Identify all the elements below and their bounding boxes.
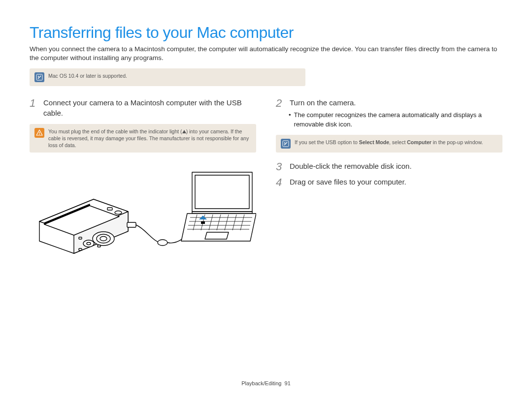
note-icon — [34, 72, 44, 82]
left-column: 1 Connect your camera to a Macintosh com… — [30, 98, 256, 266]
step-3: 3 Double-click the removable disk icon. — [276, 161, 502, 172]
svg-point-9 — [87, 243, 91, 245]
step-text: Connect your camera to a Macintosh compu… — [43, 98, 256, 118]
step-2-bullet: The computer recognizes the camera autom… — [289, 111, 502, 128]
svg-rect-12 — [98, 245, 100, 247]
step-4: 4 Drag or save files to your computer. — [276, 177, 502, 188]
svg-point-6 — [115, 211, 122, 215]
right-column: 2 Turn on the camera. The computer recog… — [276, 98, 502, 266]
step-number: 4 — [276, 177, 285, 188]
note-icon — [281, 139, 291, 149]
step-1: 1 Connect your camera to a Macintosh com… — [30, 98, 256, 118]
svg-point-14 — [158, 240, 167, 246]
svg-rect-13 — [127, 222, 136, 227]
svg-rect-7 — [107, 208, 112, 210]
svg-point-2 — [39, 134, 40, 135]
step-text: Drag or save files to your computer. — [290, 177, 406, 188]
step-number: 1 — [30, 98, 38, 118]
svg-point-5 — [100, 237, 107, 241]
page-number: 91 — [285, 380, 291, 386]
svg-rect-27 — [201, 221, 205, 224]
warning-text: You must plug the end of the cable with … — [48, 128, 251, 149]
page-footer: Playback/Editing 91 — [0, 380, 532, 386]
step-text: Turn on the camera. — [290, 98, 356, 109]
svg-rect-10 — [79, 237, 82, 239]
step-number: 3 — [276, 161, 285, 172]
step-2: 2 Turn on the camera. — [276, 98, 502, 109]
right-note-box: If you set the USB option to Select Mode… — [276, 135, 502, 153]
footer-section: Playback/Editing — [241, 380, 281, 386]
page-title: Transferring files to your Mac computer — [30, 24, 502, 42]
warning-icon — [34, 128, 44, 138]
intro-text: When you connect the camera to a Macinto… — [30, 45, 502, 62]
warning-box: You must plug the end of the cable with … — [30, 124, 256, 153]
step-text: Double-click the removable disk icon. — [290, 161, 412, 172]
right-note-text: If you set the USB option to Select Mode… — [295, 139, 483, 146]
step-number: 2 — [276, 98, 285, 109]
top-note-box: Mac OS 10.4 or later is supported. — [30, 68, 305, 86]
triangle-up-icon — [182, 130, 186, 133]
two-column-layout: 1 Connect your camera to a Macintosh com… — [30, 98, 502, 266]
camera-laptop-illustration — [30, 162, 256, 266]
svg-rect-11 — [79, 248, 82, 250]
top-note-text: Mac OS 10.4 or later is supported. — [48, 72, 127, 79]
